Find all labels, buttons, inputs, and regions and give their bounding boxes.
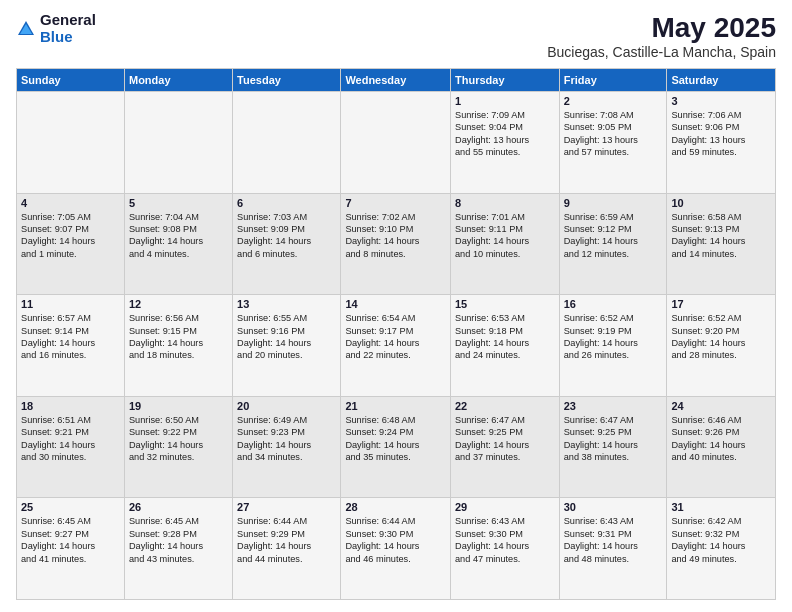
calendar-cell: 3Sunrise: 7:06 AMSunset: 9:06 PMDaylight… [667,92,776,194]
logo-general: General [40,11,96,28]
day-number: 2 [564,95,663,107]
day-number: 8 [455,197,555,209]
calendar-cell: 21Sunrise: 6:48 AMSunset: 9:24 PMDayligh… [341,396,451,498]
logo: General Blue [16,12,96,45]
day-info: Sunrise: 6:45 AMSunset: 9:28 PMDaylight:… [129,515,228,565]
calendar-cell: 18Sunrise: 6:51 AMSunset: 9:21 PMDayligh… [17,396,125,498]
day-info: Sunrise: 6:50 AMSunset: 9:22 PMDaylight:… [129,414,228,464]
day-info: Sunrise: 7:06 AMSunset: 9:06 PMDaylight:… [671,109,771,159]
day-number: 22 [455,400,555,412]
weekday-header-cell: Sunday [17,69,125,92]
calendar-cell: 24Sunrise: 6:46 AMSunset: 9:26 PMDayligh… [667,396,776,498]
day-number: 15 [455,298,555,310]
day-number: 6 [237,197,336,209]
calendar-cell: 5Sunrise: 7:04 AMSunset: 9:08 PMDaylight… [124,193,232,295]
logo-blue: Blue [40,28,73,45]
day-info: Sunrise: 6:43 AMSunset: 9:30 PMDaylight:… [455,515,555,565]
day-info: Sunrise: 7:05 AMSunset: 9:07 PMDaylight:… [21,211,120,261]
day-info: Sunrise: 6:49 AMSunset: 9:23 PMDaylight:… [237,414,336,464]
day-number: 12 [129,298,228,310]
calendar-cell: 29Sunrise: 6:43 AMSunset: 9:30 PMDayligh… [451,498,560,600]
calendar-cell: 28Sunrise: 6:44 AMSunset: 9:30 PMDayligh… [341,498,451,600]
calendar-cell: 22Sunrise: 6:47 AMSunset: 9:25 PMDayligh… [451,396,560,498]
calendar-cell [341,92,451,194]
day-number: 11 [21,298,120,310]
day-number: 21 [345,400,446,412]
day-info: Sunrise: 7:04 AMSunset: 9:08 PMDaylight:… [129,211,228,261]
day-number: 20 [237,400,336,412]
location-title: Buciegas, Castille-La Mancha, Spain [547,44,776,60]
calendar-cell: 4Sunrise: 7:05 AMSunset: 9:07 PMDaylight… [17,193,125,295]
day-number: 30 [564,501,663,513]
day-number: 3 [671,95,771,107]
day-number: 14 [345,298,446,310]
month-title: May 2025 [547,12,776,44]
day-info: Sunrise: 6:45 AMSunset: 9:27 PMDaylight:… [21,515,120,565]
day-number: 28 [345,501,446,513]
day-info: Sunrise: 6:47 AMSunset: 9:25 PMDaylight:… [455,414,555,464]
page: General Blue May 2025 Buciegas, Castille… [0,0,792,612]
calendar-cell: 1Sunrise: 7:09 AMSunset: 9:04 PMDaylight… [451,92,560,194]
weekday-header-cell: Wednesday [341,69,451,92]
day-info: Sunrise: 6:55 AMSunset: 9:16 PMDaylight:… [237,312,336,362]
calendar-cell: 9Sunrise: 6:59 AMSunset: 9:12 PMDaylight… [559,193,667,295]
day-info: Sunrise: 6:46 AMSunset: 9:26 PMDaylight:… [671,414,771,464]
logo-text: General Blue [40,12,96,45]
calendar-cell: 7Sunrise: 7:02 AMSunset: 9:10 PMDaylight… [341,193,451,295]
calendar-cell: 12Sunrise: 6:56 AMSunset: 9:15 PMDayligh… [124,295,232,397]
weekday-header-cell: Thursday [451,69,560,92]
day-number: 16 [564,298,663,310]
day-info: Sunrise: 7:08 AMSunset: 9:05 PMDaylight:… [564,109,663,159]
day-info: Sunrise: 6:56 AMSunset: 9:15 PMDaylight:… [129,312,228,362]
weekday-header-cell: Monday [124,69,232,92]
weekday-header-cell: Tuesday [233,69,341,92]
day-number: 5 [129,197,228,209]
calendar-cell: 25Sunrise: 6:45 AMSunset: 9:27 PMDayligh… [17,498,125,600]
day-info: Sunrise: 6:51 AMSunset: 9:21 PMDaylight:… [21,414,120,464]
calendar-cell: 8Sunrise: 7:01 AMSunset: 9:11 PMDaylight… [451,193,560,295]
day-info: Sunrise: 6:52 AMSunset: 9:19 PMDaylight:… [564,312,663,362]
calendar-cell: 2Sunrise: 7:08 AMSunset: 9:05 PMDaylight… [559,92,667,194]
day-number: 18 [21,400,120,412]
day-info: Sunrise: 6:59 AMSunset: 9:12 PMDaylight:… [564,211,663,261]
day-info: Sunrise: 6:53 AMSunset: 9:18 PMDaylight:… [455,312,555,362]
day-number: 4 [21,197,120,209]
day-number: 7 [345,197,446,209]
day-info: Sunrise: 6:48 AMSunset: 9:24 PMDaylight:… [345,414,446,464]
day-number: 25 [21,501,120,513]
day-info: Sunrise: 7:02 AMSunset: 9:10 PMDaylight:… [345,211,446,261]
day-info: Sunrise: 6:58 AMSunset: 9:13 PMDaylight:… [671,211,771,261]
day-number: 17 [671,298,771,310]
weekday-header-cell: Saturday [667,69,776,92]
day-number: 19 [129,400,228,412]
calendar-cell [124,92,232,194]
day-number: 27 [237,501,336,513]
day-number: 13 [237,298,336,310]
calendar-cell [17,92,125,194]
calendar-cell: 17Sunrise: 6:52 AMSunset: 9:20 PMDayligh… [667,295,776,397]
day-number: 10 [671,197,771,209]
day-number: 26 [129,501,228,513]
day-info: Sunrise: 6:47 AMSunset: 9:25 PMDaylight:… [564,414,663,464]
day-info: Sunrise: 6:43 AMSunset: 9:31 PMDaylight:… [564,515,663,565]
day-info: Sunrise: 6:44 AMSunset: 9:29 PMDaylight:… [237,515,336,565]
day-info: Sunrise: 7:09 AMSunset: 9:04 PMDaylight:… [455,109,555,159]
day-info: Sunrise: 6:57 AMSunset: 9:14 PMDaylight:… [21,312,120,362]
day-number: 31 [671,501,771,513]
calendar-cell: 26Sunrise: 6:45 AMSunset: 9:28 PMDayligh… [124,498,232,600]
calendar-cell [233,92,341,194]
day-info: Sunrise: 6:44 AMSunset: 9:30 PMDaylight:… [345,515,446,565]
calendar-cell: 27Sunrise: 6:44 AMSunset: 9:29 PMDayligh… [233,498,341,600]
day-number: 9 [564,197,663,209]
day-info: Sunrise: 6:52 AMSunset: 9:20 PMDaylight:… [671,312,771,362]
day-info: Sunrise: 7:01 AMSunset: 9:11 PMDaylight:… [455,211,555,261]
day-number: 29 [455,501,555,513]
calendar-cell: 6Sunrise: 7:03 AMSunset: 9:09 PMDaylight… [233,193,341,295]
day-info: Sunrise: 6:54 AMSunset: 9:17 PMDaylight:… [345,312,446,362]
calendar-cell: 14Sunrise: 6:54 AMSunset: 9:17 PMDayligh… [341,295,451,397]
title-block: May 2025 Buciegas, Castille-La Mancha, S… [547,12,776,60]
logo-icon [16,19,36,39]
day-number: 23 [564,400,663,412]
calendar-cell: 11Sunrise: 6:57 AMSunset: 9:14 PMDayligh… [17,295,125,397]
weekday-header-cell: Friday [559,69,667,92]
